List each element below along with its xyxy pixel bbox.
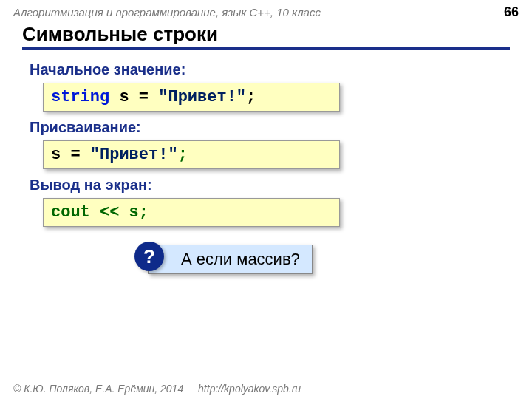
footer-url: http://kpolyakov.spb.ru	[198, 383, 301, 395]
code-var: s =	[109, 88, 158, 106]
code-output: cout << s;	[43, 198, 340, 227]
slide-footer: © К.Ю. Поляков, Е.А. Ерёмин, 2014 http:/…	[13, 383, 301, 395]
code-string: "Привет!"	[90, 146, 178, 164]
course-name: Алгоритмизация и программирование, язык …	[13, 6, 321, 18]
code-string: "Привет!"	[158, 88, 246, 106]
code-semi: ;	[246, 88, 256, 106]
page-number: 66	[504, 4, 519, 20]
label-initial: Начальное значение:	[30, 61, 502, 78]
question-text: А если массив?	[148, 245, 313, 274]
footer-copyright: © К.Ю. Поляков, Е.А. Ерёмин, 2014	[13, 383, 183, 395]
code-assign: s = "Привет!";	[43, 140, 340, 169]
code-keyword: string	[51, 88, 109, 106]
code-full: cout << s;	[51, 203, 149, 222]
question-block: ? А если массив?	[148, 245, 502, 274]
code-semi: ;	[178, 146, 188, 164]
content-area: Начальное значение: string s = "Привет!"…	[0, 50, 532, 274]
label-assign: Присваивание:	[30, 119, 502, 136]
question-mark-icon: ?	[134, 242, 164, 271]
code-lhs: s =	[51, 146, 90, 164]
page-title: Символьные строки	[22, 23, 510, 50]
code-initial: string s = "Привет!";	[43, 83, 340, 112]
slide-header: Алгоритмизация и программирование, язык …	[0, 0, 532, 20]
label-output: Вывод на экран:	[30, 177, 502, 194]
